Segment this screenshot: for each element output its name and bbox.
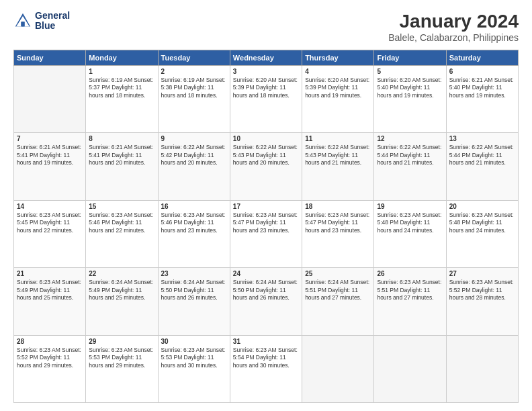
table-row: 13Sunrise: 6:22 AM Sunset: 5:44 PM Dayli… [446,133,518,200]
table-row [302,335,374,402]
calendar-table: Sunday Monday Tuesday Wednesday Thursday… [13,50,519,403]
table-row: 12Sunrise: 6:22 AM Sunset: 5:44 PM Dayli… [374,133,446,200]
table-row: 20Sunrise: 6:23 AM Sunset: 5:48 PM Dayli… [446,200,518,267]
table-row: 3Sunrise: 6:20 AM Sunset: 5:39 PM Daylig… [230,66,302,133]
day-number: 18 [305,203,371,210]
day-number: 26 [377,270,443,277]
day-info: Sunrise: 6:23 AM Sunset: 5:52 PM Dayligh… [17,347,83,369]
col-wednesday: Wednesday [230,50,302,66]
day-number: 21 [17,270,83,277]
day-number: 24 [233,270,299,277]
table-row: 26Sunrise: 6:23 AM Sunset: 5:51 PM Dayli… [374,268,446,335]
logo-line1: General [35,11,70,21]
day-info: Sunrise: 6:23 AM Sunset: 5:51 PM Dayligh… [377,279,443,302]
day-number: 6 [449,68,515,75]
day-info: Sunrise: 6:22 AM Sunset: 5:43 PM Dayligh… [233,144,299,167]
day-number: 30 [161,338,227,345]
title-block: January 2024 Balele, Calabarzon, Philipp… [388,11,519,43]
table-row: 14Sunrise: 6:23 AM Sunset: 5:45 PM Dayli… [14,200,86,267]
day-number: 25 [305,270,371,277]
table-row: 1Sunrise: 6:19 AM Sunset: 5:37 PM Daylig… [86,66,158,133]
table-row: 2Sunrise: 6:19 AM Sunset: 5:38 PM Daylig… [158,66,230,133]
day-number: 31 [233,338,299,345]
day-number: 27 [449,270,515,277]
day-number: 28 [17,338,83,345]
day-number: 12 [377,135,443,142]
day-info: Sunrise: 6:23 AM Sunset: 5:53 PM Dayligh… [161,347,227,369]
table-row: 30Sunrise: 6:23 AM Sunset: 5:53 PM Dayli… [158,335,230,402]
day-info: Sunrise: 6:23 AM Sunset: 5:47 PM Dayligh… [305,212,371,234]
table-row: 17Sunrise: 6:23 AM Sunset: 5:47 PM Dayli… [230,200,302,267]
day-number: 23 [161,270,227,277]
table-row: 7Sunrise: 6:21 AM Sunset: 5:41 PM Daylig… [14,133,86,200]
day-number: 3 [233,68,299,75]
calendar-week-row: 14Sunrise: 6:23 AM Sunset: 5:45 PM Dayli… [14,200,519,267]
day-info: Sunrise: 6:20 AM Sunset: 5:39 PM Dayligh… [233,77,299,99]
col-thursday: Thursday [302,50,374,66]
table-row: 11Sunrise: 6:22 AM Sunset: 5:43 PM Dayli… [302,133,374,200]
day-number: 7 [17,135,83,142]
calendar-header-row: Sunday Monday Tuesday Wednesday Thursday… [14,50,519,66]
day-number: 20 [449,203,515,210]
table-row: 31Sunrise: 6:23 AM Sunset: 5:54 PM Dayli… [230,335,302,402]
table-row: 5Sunrise: 6:20 AM Sunset: 5:40 PM Daylig… [374,66,446,133]
day-info: Sunrise: 6:21 AM Sunset: 5:41 PM Dayligh… [89,144,154,167]
table-row: 10Sunrise: 6:22 AM Sunset: 5:43 PM Dayli… [230,133,302,200]
col-sunday: Sunday [14,50,86,66]
day-number: 15 [89,203,154,210]
day-info: Sunrise: 6:23 AM Sunset: 5:52 PM Dayligh… [449,279,515,302]
day-number: 2 [161,68,227,75]
page: General Blue January 2024 Balele, Calaba… [0,0,532,411]
col-saturday: Saturday [446,50,518,66]
table-row [446,335,518,402]
day-info: Sunrise: 6:24 AM Sunset: 5:49 PM Dayligh… [89,279,154,302]
logo-icon [13,11,32,30]
calendar-week-row: 1Sunrise: 6:19 AM Sunset: 5:37 PM Daylig… [14,66,519,133]
day-number: 16 [161,203,227,210]
table-row: 9Sunrise: 6:22 AM Sunset: 5:42 PM Daylig… [158,133,230,200]
day-number: 1 [89,68,154,75]
day-info: Sunrise: 6:23 AM Sunset: 5:49 PM Dayligh… [17,279,83,302]
col-tuesday: Tuesday [158,50,230,66]
day-info: Sunrise: 6:19 AM Sunset: 5:37 PM Dayligh… [89,77,154,99]
day-info: Sunrise: 6:20 AM Sunset: 5:39 PM Dayligh… [305,77,371,99]
table-row: 28Sunrise: 6:23 AM Sunset: 5:52 PM Dayli… [14,335,86,402]
table-row: 25Sunrise: 6:24 AM Sunset: 5:51 PM Dayli… [302,268,374,335]
day-info: Sunrise: 6:23 AM Sunset: 5:47 PM Dayligh… [233,212,299,234]
day-number: 22 [89,270,154,277]
col-monday: Monday [86,50,158,66]
svg-rect-2 [21,22,25,27]
day-info: Sunrise: 6:24 AM Sunset: 5:51 PM Dayligh… [305,279,371,302]
table-row: 15Sunrise: 6:23 AM Sunset: 5:46 PM Dayli… [86,200,158,267]
day-info: Sunrise: 6:20 AM Sunset: 5:40 PM Dayligh… [377,77,443,99]
table-row: 22Sunrise: 6:24 AM Sunset: 5:49 PM Dayli… [86,268,158,335]
table-row: 8Sunrise: 6:21 AM Sunset: 5:41 PM Daylig… [86,133,158,200]
day-info: Sunrise: 6:21 AM Sunset: 5:40 PM Dayligh… [449,77,515,99]
logo-line2: Blue [35,21,70,31]
table-row: 18Sunrise: 6:23 AM Sunset: 5:47 PM Dayli… [302,200,374,267]
table-row: 24Sunrise: 6:24 AM Sunset: 5:50 PM Dayli… [230,268,302,335]
day-number: 13 [449,135,515,142]
day-info: Sunrise: 6:23 AM Sunset: 5:46 PM Dayligh… [161,212,227,234]
table-row: 16Sunrise: 6:23 AM Sunset: 5:46 PM Dayli… [158,200,230,267]
day-info: Sunrise: 6:22 AM Sunset: 5:43 PM Dayligh… [305,144,371,167]
day-info: Sunrise: 6:22 AM Sunset: 5:44 PM Dayligh… [449,144,515,167]
header: General Blue January 2024 Balele, Calaba… [13,11,519,43]
day-number: 11 [305,135,371,142]
day-number: 14 [17,203,83,210]
day-number: 5 [377,68,443,75]
table-row: 6Sunrise: 6:21 AM Sunset: 5:40 PM Daylig… [446,66,518,133]
table-row: 23Sunrise: 6:24 AM Sunset: 5:50 PM Dayli… [158,268,230,335]
day-info: Sunrise: 6:23 AM Sunset: 5:48 PM Dayligh… [449,212,515,234]
day-number: 17 [233,203,299,210]
day-number: 29 [89,338,154,345]
table-row [14,66,86,133]
day-info: Sunrise: 6:23 AM Sunset: 5:53 PM Dayligh… [89,347,154,369]
table-row: 19Sunrise: 6:23 AM Sunset: 5:48 PM Dayli… [374,200,446,267]
logo: General Blue [13,11,70,32]
calendar-week-row: 21Sunrise: 6:23 AM Sunset: 5:49 PM Dayli… [14,268,519,335]
calendar-week-row: 7Sunrise: 6:21 AM Sunset: 5:41 PM Daylig… [14,133,519,200]
day-info: Sunrise: 6:19 AM Sunset: 5:38 PM Dayligh… [161,77,227,99]
day-info: Sunrise: 6:22 AM Sunset: 5:42 PM Dayligh… [161,144,227,167]
table-row: 29Sunrise: 6:23 AM Sunset: 5:53 PM Dayli… [86,335,158,402]
